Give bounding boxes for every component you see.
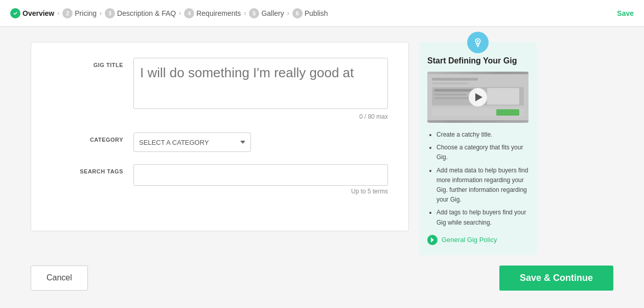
step-description[interactable]: 3 Description & FAQ — [105, 8, 176, 18]
tip-1: Create a catchy title. — [436, 130, 528, 140]
overview-label: Overview — [22, 9, 54, 17]
play-icon — [475, 93, 482, 101]
gig-title-input[interactable] — [133, 58, 388, 109]
svg-point-2 — [477, 40, 479, 42]
side-panel-icon — [467, 32, 489, 53]
step-publish[interactable]: 6 Publish — [292, 8, 328, 18]
step-gallery[interactable]: 5 Gallery — [249, 8, 284, 18]
svg-rect-10 — [487, 88, 519, 104]
pricing-number: 2 — [62, 8, 73, 18]
sep-4: › — [244, 10, 246, 17]
tip-4: Add tags to help buyers find your Gig wh… — [436, 208, 528, 227]
cancel-button[interactable]: Cancel — [31, 266, 88, 291]
category-select[interactable]: SELECT A CATEGORY — [133, 133, 251, 152]
overview-icon — [10, 8, 20, 18]
save-continue-button[interactable]: Save & Continue — [499, 266, 613, 291]
svg-marker-13 — [431, 237, 434, 243]
policy-label: General Gig Policy — [442, 236, 497, 244]
search-tags-row: SEARCH TAGS Up to 5 terms — [52, 164, 388, 195]
requirements-number: 4 — [184, 8, 194, 18]
step-pricing[interactable]: 2 Pricing — [62, 8, 97, 18]
side-panel: Start Defining Your Gig — [419, 42, 537, 255]
category-wrapper: SELECT A CATEGORY — [133, 133, 388, 152]
sep-3: › — [179, 10, 181, 17]
step-overview[interactable]: Overview — [10, 8, 54, 18]
sep-2: › — [100, 10, 102, 17]
nav-save-button[interactable]: Save — [617, 9, 634, 17]
video-play-button[interactable] — [469, 88, 487, 106]
search-tags-label: SEARCH TAGS — [52, 164, 133, 174]
svg-rect-4 — [432, 78, 478, 80]
svg-rect-7 — [434, 89, 476, 92]
requirements-label: Requirements — [196, 9, 241, 17]
gig-title-label: GIG TITLE — [52, 58, 133, 68]
breadcrumb: Overview › 2 Pricing › 3 Description & F… — [10, 8, 328, 18]
tags-hint: Up to 5 terms — [133, 188, 388, 195]
side-panel-title: Start Defining Your Gig — [427, 56, 528, 65]
pricing-label: Pricing — [75, 9, 97, 17]
actions-row: Cancel Save & Continue — [0, 260, 644, 301]
category-row: CATEGORY SELECT A CATEGORY — [52, 133, 388, 152]
sep-5: › — [287, 10, 289, 17]
description-label: Description & FAQ — [117, 9, 176, 17]
main-content: GIG TITLE 0 / 80 max CATEGORY SELECT A C… — [0, 27, 644, 260]
publish-number: 6 — [292, 8, 303, 18]
tip-2: Choose a category that fits your Gig. — [436, 143, 528, 162]
policy-icon — [427, 235, 438, 245]
video-thumbnail[interactable] — [427, 72, 528, 123]
search-tags-input[interactable] — [133, 164, 388, 186]
gig-title-wrapper: 0 / 80 max — [133, 58, 388, 120]
gig-title-row: GIG TITLE 0 / 80 max — [52, 58, 388, 120]
step-requirements[interactable]: 4 Requirements — [184, 8, 241, 18]
form-card: GIG TITLE 0 / 80 max CATEGORY SELECT A C… — [31, 42, 409, 231]
sep-1: › — [57, 10, 59, 17]
description-number: 3 — [105, 8, 115, 18]
publish-label: Publish — [305, 9, 328, 17]
svg-rect-8 — [434, 94, 467, 96]
gallery-label: Gallery — [261, 9, 284, 17]
svg-rect-12 — [496, 109, 519, 116]
search-tags-wrapper: Up to 5 terms — [133, 164, 388, 195]
top-nav: Overview › 2 Pricing › 3 Description & F… — [0, 0, 644, 27]
gallery-number: 5 — [249, 8, 259, 18]
tip-3: Add meta data to help buyers find more i… — [436, 166, 528, 205]
char-count: 0 / 80 max — [133, 113, 388, 120]
general-policy-link[interactable]: General Gig Policy — [427, 235, 528, 245]
svg-rect-5 — [432, 82, 469, 84]
side-tips: Create a catchy title. Choose a category… — [427, 130, 528, 228]
category-label: CATEGORY — [52, 133, 133, 143]
svg-rect-9 — [434, 97, 474, 99]
